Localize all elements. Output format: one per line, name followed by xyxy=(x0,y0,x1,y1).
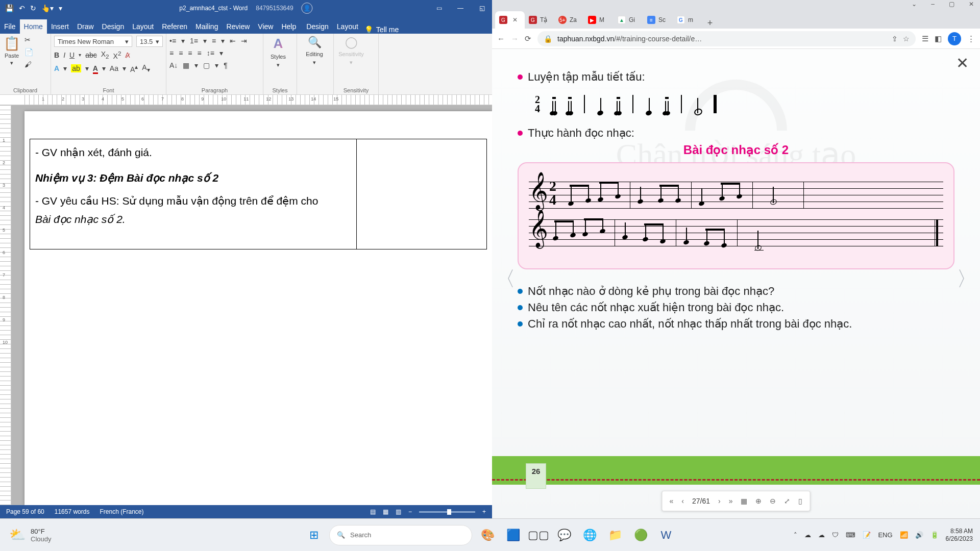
word-icon[interactable]: W xyxy=(656,525,676,545)
language-indicator[interactable]: French (France) xyxy=(100,508,143,515)
subscript-button[interactable]: X2 xyxy=(101,50,109,60)
save-icon[interactable]: 💾 xyxy=(5,4,14,12)
side-panel-icon[interactable]: ◧ xyxy=(935,34,942,43)
first-page-icon[interactable]: « xyxy=(670,497,674,505)
paste-button[interactable]: 📋 Paste ▾ xyxy=(3,36,20,66)
teams-icon[interactable]: 💬 xyxy=(554,525,574,545)
profile-avatar[interactable]: T xyxy=(948,32,961,45)
copy-icon[interactable]: 📄 xyxy=(24,48,33,56)
vertical-ruler[interactable]: 12345678910 xyxy=(0,105,11,505)
minimize-icon[interactable]: – xyxy=(931,1,935,8)
file-explorer-icon[interactable]: 📁 xyxy=(605,525,625,545)
grow-font-button[interactable]: A▴ xyxy=(130,63,138,73)
browser-tab[interactable]: Gm xyxy=(673,11,702,29)
tab-review[interactable]: Review xyxy=(222,19,254,34)
change-case-button[interactable]: Aa xyxy=(110,64,118,72)
format-painter-icon[interactable]: 🖌 xyxy=(24,60,33,68)
tab-layout[interactable]: Layout xyxy=(128,19,158,34)
underline-button[interactable]: U xyxy=(69,51,75,59)
close-icon[interactable]: ✕ xyxy=(969,1,974,8)
close-tab-icon[interactable]: ✕ xyxy=(512,16,518,23)
zoom-in-icon[interactable]: ⊕ xyxy=(755,497,762,505)
bookmark-icon[interactable]: ☆ xyxy=(903,35,910,43)
text-effects-button[interactable]: A xyxy=(54,64,59,72)
next-page-icon[interactable]: › xyxy=(718,497,721,505)
tab-view[interactable]: View xyxy=(254,19,277,34)
superscript-button[interactable]: X2 xyxy=(113,50,121,60)
browser-tab[interactable]: 5+Za xyxy=(554,11,584,29)
tab-mailings[interactable]: Mailing xyxy=(191,19,222,34)
cut-icon[interactable]: ✂ xyxy=(24,36,33,44)
battery-icon[interactable]: 🔋 xyxy=(930,531,939,539)
qat-more-icon[interactable]: ▾ xyxy=(59,4,62,12)
page-indicator[interactable]: Page 59 of 60 xyxy=(6,508,44,515)
multilevel-button[interactable]: ≡ xyxy=(212,37,216,45)
share-icon[interactable]: ⇪ xyxy=(892,35,898,43)
horizontal-ruler[interactable]: 123456789101112131415 xyxy=(0,95,492,105)
ime-icon[interactable]: 📝 xyxy=(863,531,871,539)
sort-button[interactable]: A↓ xyxy=(169,61,178,69)
undo-icon[interactable]: ↶ xyxy=(19,4,25,12)
tab-home[interactable]: Home xyxy=(20,19,47,34)
tab-help[interactable]: Help xyxy=(277,19,300,34)
justify-button[interactable]: ≡ xyxy=(198,49,202,57)
tab-references[interactable]: Referen xyxy=(158,19,191,34)
thumbnails-icon[interactable]: ▦ xyxy=(741,497,747,505)
align-right-button[interactable]: ≡ xyxy=(188,49,192,57)
single-page-icon[interactable]: ▯ xyxy=(798,497,802,505)
browser-tab[interactable]: G✕ xyxy=(495,11,525,29)
font-name-combo[interactable]: Times New Roman▾ xyxy=(54,36,132,47)
browser-tab[interactable]: ▲Gi xyxy=(614,11,643,29)
start-button[interactable]: ⊞ xyxy=(304,525,324,545)
zoom-slider[interactable] xyxy=(419,511,475,513)
styles-button[interactable]: A Styles▾ xyxy=(266,36,290,68)
decrease-indent-button[interactable]: ⇤ xyxy=(230,37,236,45)
italic-button[interactable]: I xyxy=(63,51,65,59)
edge-icon[interactable]: 🌐 xyxy=(579,525,600,545)
address-bar[interactable]: 🔒 taphuan.nxbgd.vn/#/training-course-det… xyxy=(537,31,916,46)
word-count[interactable]: 11657 words xyxy=(55,508,90,515)
table-cell[interactable]: - GV nhận xét, đánh giá. Nhiệm vụ 3: Đệm… xyxy=(30,139,356,249)
print-layout-icon[interactable]: ▦ xyxy=(383,508,388,515)
onedrive-icon[interactable]: ☁ xyxy=(818,531,825,539)
kebab-menu-icon[interactable]: ⋮ xyxy=(967,34,975,43)
browser-tab[interactable]: ▶M xyxy=(584,11,614,29)
prev-page-icon[interactable]: ‹ xyxy=(681,497,684,505)
tab-file[interactable]: File xyxy=(0,19,20,34)
tray-chevron-icon[interactable]: ˄ xyxy=(794,531,797,539)
bullets-button[interactable]: •≡ xyxy=(169,37,176,45)
taskbar-search[interactable]: 🔍 Search xyxy=(329,525,472,545)
table-cell[interactable] xyxy=(356,139,486,249)
next-page-icon[interactable]: 〉 xyxy=(957,265,977,293)
close-overlay-icon[interactable]: ✕ xyxy=(956,54,969,72)
ribbon-display-icon[interactable]: ▭ xyxy=(429,5,449,12)
redo-icon[interactable]: ↻ xyxy=(30,4,36,12)
restore-icon[interactable]: ◱ xyxy=(472,5,492,12)
forward-icon[interactable]: → xyxy=(511,34,519,43)
copilot-icon[interactable]: 🎨 xyxy=(477,525,498,545)
tab-insert[interactable]: Insert xyxy=(47,19,73,34)
font-color-button[interactable]: A xyxy=(93,64,98,72)
shrink-font-button[interactable]: A▾ xyxy=(142,63,150,73)
borders-button[interactable]: ▢ xyxy=(203,61,210,69)
zoom-in-icon[interactable]: + xyxy=(482,508,486,515)
weather-widget[interactable]: ⛅ 80°F Cloudy xyxy=(0,527,51,543)
fullscreen-icon[interactable]: ⤢ xyxy=(784,497,790,505)
wifi-icon[interactable]: 📶 xyxy=(900,531,908,539)
task-view-icon[interactable]: ▢▢ xyxy=(528,525,549,545)
widgets-icon[interactable]: 🟦 xyxy=(503,525,523,545)
tab-table-layout[interactable]: Layout xyxy=(333,19,362,34)
tab-draw[interactable]: Draw xyxy=(73,19,98,34)
touch-icon[interactable]: 👆▾ xyxy=(41,4,54,12)
zoom-out-icon[interactable]: − xyxy=(408,508,412,515)
show-marks-button[interactable]: ¶ xyxy=(224,61,228,69)
highlight-button[interactable]: ab xyxy=(71,64,81,72)
increase-indent-button[interactable]: ⇥ xyxy=(241,37,247,45)
strikethrough-button[interactable]: abc xyxy=(85,51,97,59)
prev-page-icon[interactable]: 〈 xyxy=(495,265,516,293)
chevron-down-icon[interactable]: ⌄ xyxy=(912,1,917,8)
volume-icon[interactable]: 🔊 xyxy=(915,531,923,539)
browser-tab[interactable]: ≡Sc xyxy=(643,11,673,29)
last-page-icon[interactable]: » xyxy=(729,497,733,505)
minimize-icon[interactable]: — xyxy=(450,5,471,12)
